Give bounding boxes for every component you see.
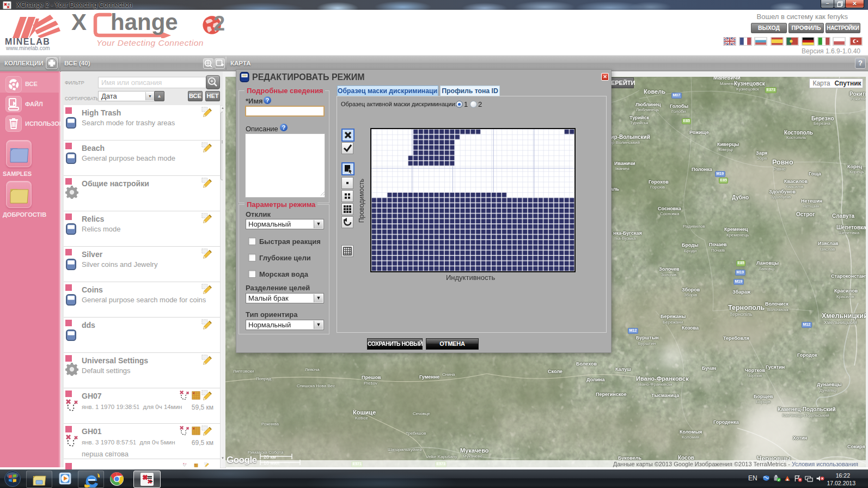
svg-text:20 км: 20 км	[264, 454, 276, 460]
svg-text:10 мил: 10 мил	[264, 460, 279, 466]
